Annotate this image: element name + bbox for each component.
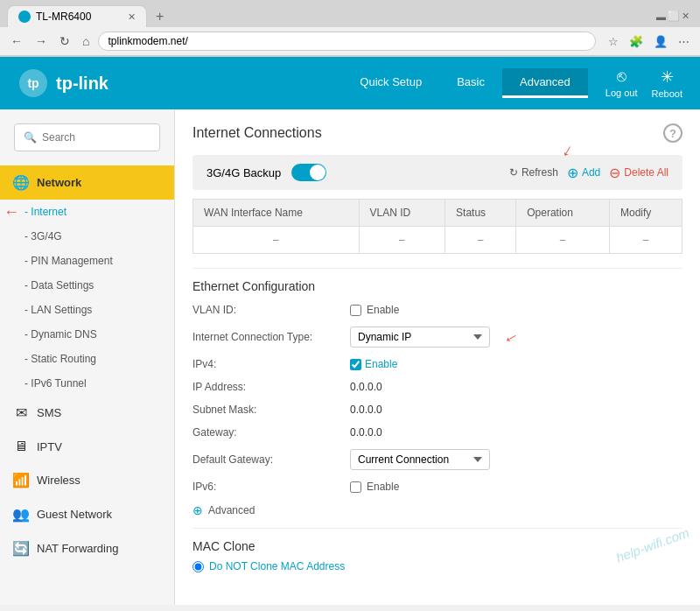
subnet-mask-row: Subnet Mask: 0.0.0.0 [192,404,682,416]
cell-operation: – [516,227,610,254]
reboot-label: Reboot [652,88,682,99]
subnet-mask-value: 0.0.0.0 [350,404,382,416]
sidebar-guest-label: Guest Network [37,508,112,521]
search-icon: 🔍 [24,131,37,144]
sidebar-wireless-label: Wireless [37,474,80,487]
vlan-id-label: VLAN ID: [192,304,350,316]
ipv4-enable-input[interactable] [350,359,361,370]
sidebar-item-sms[interactable]: ✉ SMS [0,396,174,430]
sidebar-sub-routing[interactable]: - Static Routing [0,347,174,371]
more-icon[interactable]: ⋯ [675,33,693,50]
vlan-enable-label: Enable [367,304,399,316]
col-wan: WAN Interface Name [193,200,360,227]
col-operation: Operation [516,200,610,227]
reboot-button[interactable]: ✳ Reboot [652,67,682,99]
extension-icon[interactable]: 🧩 [626,33,647,50]
tab-close-btn[interactable]: ✕ [128,11,136,23]
vlan-enable-input[interactable] [350,305,361,316]
delete-all-button[interactable]: ⊖ Delete All [609,165,668,181]
col-vlan: VLAN ID [359,200,445,227]
logo-text: tp-link [56,74,108,94]
address-input[interactable] [98,32,596,51]
ethernet-config-title: Ethernet Configuration [192,268,682,293]
advanced-link[interactable]: ⊕ Advanced [192,503,682,517]
header-actions: ⎋ Log out ✳ Reboot [606,67,682,99]
sidebar-network-label: Network [37,176,81,189]
sidebar: 🔍 🌐 Network ← - Internet - 3G/4G - PIN M… [0,109,175,605]
sidebar-sub-3g4g[interactable]: - 3G/4G [0,224,174,249]
vlan-id-row: VLAN ID: Enable [192,304,682,316]
svg-text:tp: tp [27,76,38,90]
ipv6-enable-checkbox[interactable]: Enable [350,481,399,493]
profile-icon[interactable]: 👤 [650,33,671,50]
bookmark-icon[interactable]: ☆ [605,33,622,50]
backup-label: 3G/4G Backup [206,166,281,179]
ip-address-row: IP Address: 0.0.0.0 [192,381,682,393]
advanced-circle-icon: ⊕ [192,503,203,517]
tab-favicon [18,11,31,23]
internet-arrow: ← [4,203,19,221]
sidebar-sub-internet[interactable]: - Internet [21,200,79,224]
sidebar-item-nat[interactable]: 🔄 NAT Forwarding [0,531,174,565]
logout-label: Log out [606,88,638,98]
back-button[interactable]: ← [7,32,26,50]
advanced-label: Advanced [208,504,255,516]
tab-title: TL-MR6400 [36,11,91,23]
sidebar-item-guest[interactable]: 👥 Guest Network [0,497,174,531]
vlan-enable-checkbox[interactable]: Enable [350,304,399,316]
home-button[interactable]: ⌂ [79,32,93,50]
col-status: Status [445,200,516,227]
router-header: tp tp-link Quick Setup Basic Advanced ⎋ … [0,57,700,109]
ip-address-label: IP Address: [192,381,350,393]
table-row: – – – – – [193,227,682,254]
active-tab[interactable]: TL-MR6400 ✕ [7,5,147,27]
refresh-button[interactable]: ↻ Refresh [509,166,558,179]
sidebar-sub-lan[interactable]: - LAN Settings [0,298,174,322]
sidebar-sub-data[interactable]: - Data Settings [0,273,174,298]
mac-do-not-clone[interactable]: Do NOT Clone MAC Address [192,560,682,572]
col-modify: Modify [610,200,682,227]
sidebar-sub-ipv6[interactable]: - IPv6 Tunnel [0,371,174,396]
default-gateway-label: Default Gateway: [192,453,350,466]
sidebar-item-iptv[interactable]: 🖥 IPTV [0,430,174,463]
ip-address-value: 0.0.0.0 [350,381,382,393]
refresh-button[interactable]: ↻ [56,32,74,50]
nav-basic[interactable]: Basic [439,68,502,98]
default-gateway-select[interactable]: Current Connection [350,449,490,470]
sidebar-item-wireless[interactable]: 📶 Wireless [0,463,174,497]
ipv6-enable-input[interactable] [350,481,361,493]
subnet-mask-label: Subnet Mask: [192,404,350,416]
nav-quick-setup[interactable]: Quick Setup [342,68,439,98]
sidebar-item-network[interactable]: 🌐 Network [0,165,174,200]
connection-type-select[interactable]: Dynamic IP [350,327,490,348]
sidebar-sub-pin[interactable]: - PIN Management [0,249,174,273]
connection-type-row: Internet Connection Type: Dynamic IP ← [192,327,682,348]
logout-icon: ⎋ [617,67,626,86]
refresh-icon: ↻ [509,166,518,179]
logout-button[interactable]: ⎋ Log out [606,67,638,99]
new-tab-button[interactable]: + [150,7,169,26]
sidebar-iptv-label: IPTV [37,440,62,453]
backup-toggle-row: 3G/4G Backup ↻ Refresh ⊕ Add ⊖ [192,155,682,190]
nat-icon: 🔄 [12,540,30,557]
sidebar-sub-ddns[interactable]: - Dynamic DNS [0,322,174,347]
content-header: Internet Connections ? [192,123,682,143]
sidebar-sms-label: SMS [37,406,61,419]
content-area: Internet Connections ? 3G/4G Backup ↻ Re… [175,109,700,605]
forward-button[interactable]: → [32,32,51,50]
connection-type-label: Internet Connection Type: [192,331,350,343]
mac-clone-title: MAC Clone [192,528,682,553]
backup-toggle[interactable] [291,164,326,181]
mac-do-not-clone-label: Do NOT Clone MAC Address [209,560,345,572]
mac-radio-input[interactable] [192,561,204,572]
add-button[interactable]: ⊕ Add [567,165,600,181]
add-circle-icon: ⊕ [567,165,578,181]
sms-icon: ✉ [12,404,30,421]
search-box[interactable]: 🔍 [14,123,160,151]
search-input[interactable] [42,131,173,144]
cell-vlan: – [359,227,445,254]
guest-icon: 👥 [12,506,30,523]
network-icon: 🌐 [12,174,30,191]
help-icon[interactable]: ? [663,123,682,143]
nav-advanced[interactable]: Advanced [502,68,588,98]
